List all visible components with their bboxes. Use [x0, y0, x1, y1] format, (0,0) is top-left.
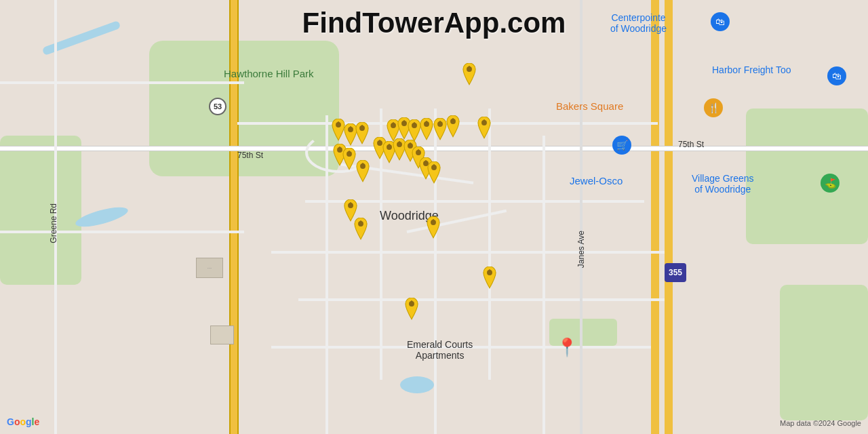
map-container: FindTowerApp.com Hawthorne Hill Park Woo…: [0, 0, 868, 434]
building-mark-1: ···: [196, 258, 223, 278]
road-highway-right2: [665, 0, 673, 434]
golf-icon: ⛳: [821, 174, 840, 193]
tower-pin-25[interactable]: [480, 267, 499, 290]
tower-pin-26[interactable]: [402, 298, 421, 321]
road-h7: [0, 231, 244, 233]
road-h4: [298, 298, 665, 301]
shopping-bag-icon: 🛍: [711, 12, 730, 31]
route-53-label: 53: [209, 98, 226, 115]
map-data-credit: Map data ©2024 Google: [780, 419, 861, 427]
grocery-cart-icon: 🛒: [612, 136, 631, 155]
road-v4: [488, 108, 491, 380]
bakers-square-icon[interactable]: 🍴: [704, 98, 723, 117]
road-h3: [271, 251, 665, 254]
google-logo: Google: [7, 416, 39, 427]
route-355-label: 355: [665, 263, 686, 282]
road-highway-right: [651, 0, 659, 434]
road-h5: [271, 346, 651, 349]
road-v7: [54, 0, 57, 434]
road-v5: [542, 136, 545, 434]
road-highway-left-border2: [237, 0, 239, 434]
tower-pin-21[interactable]: [425, 161, 443, 184]
tower-pin-1[interactable]: [460, 63, 479, 86]
green-area-far-right: [780, 285, 868, 420]
tower-pin-19[interactable]: [353, 160, 372, 183]
location-pin-icon: 📍: [556, 337, 578, 358]
tower-pin-24[interactable]: [424, 216, 443, 239]
restaurant-icon: 🍴: [704, 98, 723, 117]
tower-pin-11[interactable]: [475, 117, 494, 140]
tower-pin-10[interactable]: [443, 115, 462, 138]
green-forest-left: [0, 136, 81, 285]
green-area-br: [746, 108, 868, 244]
centerpointe-icon[interactable]: 🛍: [711, 12, 730, 31]
shopping-bag-icon-2: 🛍: [827, 66, 846, 85]
harbor-freight-icon[interactable]: 🛍: [827, 66, 846, 85]
jewel-osco-icon[interactable]: 🛒: [612, 136, 631, 155]
water-pond-1: [400, 376, 434, 393]
village-greens-icon[interactable]: ⛳: [821, 174, 840, 193]
page-title: FindTowerApp.com: [302, 7, 566, 39]
road-v6: [580, 0, 583, 434]
tower-pin-4[interactable]: [353, 122, 372, 145]
building-mark-2: [210, 326, 234, 344]
road-h6: [0, 81, 244, 84]
emerald-courts-icon[interactable]: 📍: [556, 337, 578, 358]
tower-pin-23[interactable]: [351, 218, 370, 241]
road-highway-left-border: [229, 0, 231, 434]
